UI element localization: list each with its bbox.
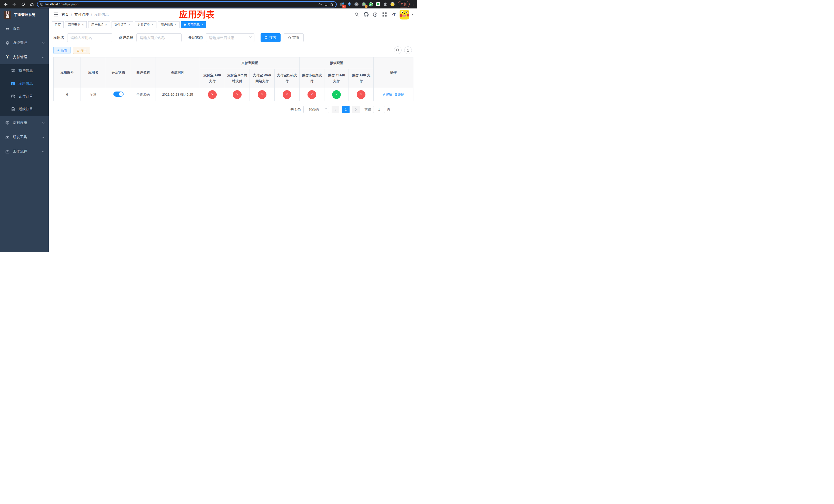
tab-home[interactable]: 首页 — [52, 21, 64, 28]
search-button[interactable]: 搜索 — [261, 33, 281, 42]
chevron-right-icon — [355, 108, 357, 111]
password-key-icon[interactable] — [318, 2, 322, 6]
page-number-current[interactable]: 1 — [342, 106, 350, 113]
col-app-id: 应用编号 — [53, 58, 81, 88]
page-size-select[interactable] — [303, 106, 329, 113]
cell-alipay-pc — [225, 88, 250, 101]
table-toolbar: ＋ 新增 导出 — [53, 46, 412, 54]
chrome-update-button[interactable]: 更新 — [398, 1, 410, 7]
tab-close-icon[interactable]: ✕ — [151, 23, 153, 26]
font-size-icon[interactable]: TT — [390, 11, 397, 18]
refresh-button[interactable] — [404, 46, 412, 54]
extension-badge: 10 — [342, 5, 346, 8]
cell-create-time: 2021-10-23 08:49:25 — [155, 88, 200, 101]
tab-process-form[interactable]: 流程表单 ✕ — [65, 21, 87, 28]
show-search-button[interactable] — [394, 46, 402, 54]
pin-extension-icon[interactable]: 10 — [340, 2, 345, 7]
github-icon[interactable] — [363, 11, 369, 18]
col-merchant: 商户名称 — [131, 58, 155, 88]
browser-back-button[interactable] — [2, 1, 9, 8]
table-row: 6 芋道 芋道源码 2021-10-23 08:49:25 — [53, 88, 413, 101]
status-label: 开启状态 — [188, 36, 203, 40]
sidebar-item-merchant-info[interactable]: 商户信息 — [0, 64, 49, 77]
sidebar-item-app-info[interactable]: 应用信息 — [0, 77, 49, 90]
puzzle-extension-icon[interactable] — [383, 2, 388, 7]
page-size-value[interactable] — [303, 106, 329, 113]
goto-suffix: 页 — [387, 107, 390, 112]
tab-close-icon[interactable]: ✕ — [82, 23, 84, 26]
reset-button[interactable]: 重置 — [284, 33, 304, 42]
app-logo[interactable]: 芋道管理系统 — [0, 8, 49, 21]
site-info-icon[interactable] — [40, 3, 43, 6]
share-icon[interactable] — [324, 2, 328, 6]
search-icon[interactable] — [353, 11, 360, 18]
export-button[interactable]: 导出 — [73, 47, 90, 54]
chevron-down-icon — [42, 122, 45, 124]
chat-extension-icon[interactable] — [376, 2, 380, 7]
status-select[interactable] — [206, 33, 255, 42]
app-name-input[interactable] — [67, 33, 112, 42]
tab-pay-order[interactable]: 支付订单 ✕ — [112, 21, 133, 28]
breadcrumb-pay[interactable]: 支付管理 — [74, 12, 89, 17]
col-wechat-app: 微信 APP 支付 — [349, 69, 374, 88]
channel-disabled-icon — [357, 90, 366, 99]
chrome-menu-button[interactable] — [411, 3, 415, 6]
sidebar-item-pay[interactable]: ¥ 支付管理 — [0, 50, 49, 64]
status-toggle[interactable] — [113, 92, 124, 97]
help-icon[interactable]: ? — [372, 11, 378, 18]
chevron-down-icon — [42, 151, 45, 153]
yen-icon: ¥ — [5, 55, 10, 60]
sidebar-item-system[interactable]: 系统管理 — [0, 36, 49, 50]
next-page-button[interactable] — [352, 106, 360, 113]
sidebar-item-infra[interactable]: 基础设施 — [0, 116, 49, 130]
tab-close-icon[interactable]: ✕ — [128, 23, 130, 26]
tab-close-icon[interactable]: ✕ — [201, 23, 203, 26]
sidebar-item-workflow[interactable]: 工作流程 — [0, 144, 49, 159]
url-bar[interactable]: localhost:1024/pay/app — [37, 1, 337, 7]
emoji-extension-icon[interactable] — [390, 2, 395, 7]
merchant-name-input[interactable] — [136, 33, 181, 42]
browser-home-button[interactable] — [28, 1, 36, 8]
status-select-input[interactable] — [206, 33, 255, 42]
pay-submenu: 商户信息 应用信息 支付订单 — [0, 64, 49, 116]
y-extension-icon[interactable]: y — [369, 2, 373, 7]
tab-merchant-info[interactable]: 商户信息 ✕ — [158, 21, 179, 28]
command-extension-icon[interactable]: ⌘ — [354, 2, 359, 7]
fullscreen-icon[interactable] — [381, 11, 388, 18]
breadcrumb-separator: / — [71, 13, 72, 17]
bookmark-star-icon[interactable] — [330, 2, 334, 6]
sidebar-item-devtools[interactable]: 研发工具 — [0, 130, 49, 144]
merchant-name-label: 商户名称 — [119, 36, 133, 40]
tab-close-icon[interactable]: ✕ — [175, 23, 177, 26]
tab-close-icon[interactable]: ✕ — [105, 23, 107, 26]
app-name-label: 应用名 — [53, 36, 64, 40]
sidebar-item-home[interactable]: 首页 — [0, 21, 49, 36]
sidebar-item-label: 支付订单 — [19, 94, 45, 99]
breadcrumb-home[interactable]: 首页 — [62, 12, 69, 17]
sidebar-item-pay-order[interactable]: 支付订单 — [0, 90, 49, 103]
drop-extension-icon[interactable] — [347, 2, 352, 7]
prev-page-button[interactable] — [332, 106, 339, 113]
tab-user-group[interactable]: 用户分组 ✕ — [88, 21, 110, 28]
chevron-left-icon — [334, 108, 336, 111]
user-avatar[interactable] — [399, 10, 409, 20]
proxy-extension-icon[interactable]: 1 — [361, 2, 366, 7]
delete-link[interactable]: 删除 — [395, 92, 404, 97]
sidebar-collapse-icon[interactable] — [52, 10, 60, 19]
browser-reload-button[interactable] — [20, 1, 27, 8]
goto-page-input[interactable] — [373, 106, 385, 113]
col-wechat-lite: 微信小程序支付 — [300, 69, 324, 88]
gear-icon — [5, 41, 10, 45]
sidebar-item-label: 工作流程 — [13, 149, 39, 154]
channel-disabled-icon — [307, 90, 316, 99]
edit-link[interactable]: 修改 — [382, 92, 392, 97]
chevron-down-icon[interactable]: ▼ — [411, 13, 414, 16]
tab-app-info[interactable]: 应用信息 ✕ — [181, 21, 206, 28]
tab-refund-order[interactable]: 退款订单 ✕ — [135, 21, 156, 28]
col-group-alipay: 支付宝配置 — [200, 58, 300, 69]
cell-wechat-lite — [300, 88, 324, 101]
sidebar-item-refund-order[interactable]: 退款订单 — [0, 103, 49, 116]
add-button[interactable]: ＋ 新增 — [53, 47, 70, 54]
browser-forward-button[interactable] — [11, 1, 18, 8]
cell-merchant: 芋道源码 — [131, 88, 155, 101]
